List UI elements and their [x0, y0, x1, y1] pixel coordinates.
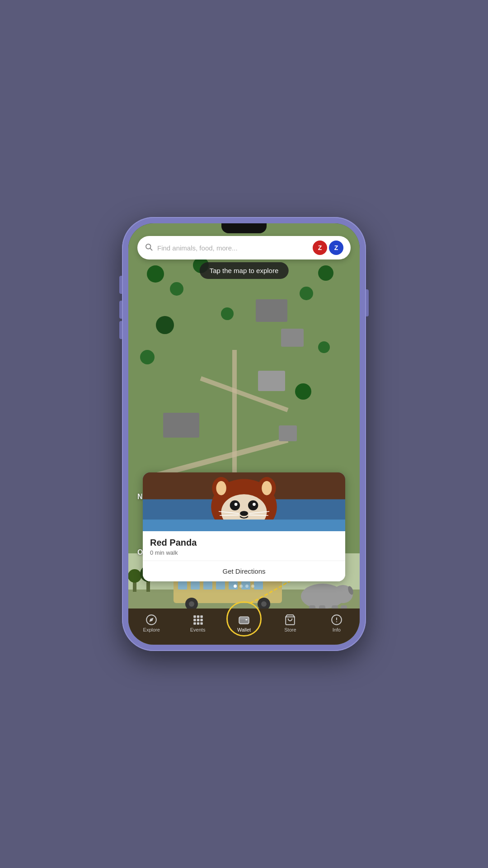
map-building-4 — [279, 425, 297, 441]
tree-4 — [221, 307, 234, 320]
svg-line-12 — [249, 515, 268, 515]
svg-rect-19 — [143, 519, 345, 531]
pagination-dots — [128, 581, 360, 591]
info-icon — [331, 614, 343, 626]
phone-frame: Find animals, food, more... Z Z Tap the … — [122, 217, 366, 651]
svg-point-16 — [216, 481, 226, 495]
events-icon — [192, 614, 204, 626]
svg-rect-55 — [197, 622, 199, 624]
search-icon — [145, 243, 153, 253]
tree-10 — [318, 341, 330, 353]
search-bar[interactable]: Find animals, food, more... Z Z — [137, 236, 351, 259]
get-directions-button[interactable]: Get Directions — [143, 561, 345, 581]
svg-rect-50 — [200, 615, 202, 618]
tree-6 — [140, 350, 155, 364]
zoo-logos: Z Z — [313, 241, 343, 255]
dot-2 — [239, 585, 243, 588]
nav-item-events[interactable]: Events — [174, 612, 221, 632]
svg-rect-56 — [200, 622, 202, 624]
svg-line-14 — [220, 515, 239, 515]
nav-item-wallet[interactable]: Wallet — [221, 612, 267, 632]
svg-rect-52 — [197, 619, 199, 621]
events-label: Events — [190, 627, 206, 632]
animal-card[interactable]: Red Panda 0 min walk Get Directions — [143, 472, 345, 581]
svg-rect-51 — [193, 619, 196, 621]
svg-rect-53 — [200, 619, 202, 621]
svg-rect-54 — [193, 622, 196, 624]
zoo-logo-blue: Z — [329, 241, 343, 255]
explore-icon — [145, 614, 157, 626]
store-label: Store — [284, 627, 296, 632]
dot-3 — [245, 585, 249, 588]
wallet-icon — [238, 614, 250, 626]
tap-hint-banner: Tap the map to explore — [200, 262, 289, 279]
map-building-5 — [163, 413, 199, 438]
svg-marker-47 — [150, 618, 154, 622]
animal-distance: 0 min walk — [150, 549, 338, 556]
svg-point-9 — [253, 503, 256, 506]
search-placeholder-text: Find animals, food, more... — [157, 244, 309, 252]
dot-1 — [234, 585, 237, 588]
tree-7 — [295, 383, 311, 400]
map-building-1 — [256, 299, 287, 322]
map-building-2 — [281, 329, 304, 347]
bottom-nav: Explore Events — [128, 609, 360, 645]
phone-screen: Find animals, food, more... Z Z Tap the … — [128, 223, 360, 645]
nav-item-explore[interactable]: Explore — [128, 612, 174, 632]
dot-4 — [251, 585, 254, 588]
svg-point-8 — [235, 503, 238, 506]
svg-point-18 — [262, 481, 272, 495]
notch — [221, 223, 267, 233]
svg-point-38 — [261, 601, 267, 607]
tap-hint-text: Tap the map to explore — [210, 267, 279, 274]
svg-rect-49 — [197, 615, 199, 618]
animal-name: Red Panda — [150, 538, 338, 548]
svg-point-36 — [189, 601, 194, 607]
info-label: Info — [333, 627, 341, 632]
tree-1 — [147, 265, 164, 283]
wallet-label: Wallet — [237, 627, 251, 632]
red-panda-svg — [143, 472, 345, 531]
svg-rect-48 — [193, 615, 196, 618]
zoo-logo-red: Z — [313, 241, 327, 255]
tree-8 — [300, 287, 313, 300]
svg-rect-57 — [239, 617, 249, 624]
nav-item-info[interactable]: Info — [314, 612, 360, 632]
tree-9 — [318, 265, 333, 281]
svg-line-1 — [150, 248, 152, 250]
animal-info-row: Red Panda 0 min walk — [143, 531, 345, 561]
nav-item-store[interactable]: Store — [267, 612, 313, 632]
map-building-3 — [258, 371, 285, 391]
explore-label: Explore — [143, 627, 160, 632]
svg-point-10 — [240, 511, 248, 516]
animal-image — [143, 472, 345, 531]
store-icon — [284, 614, 296, 626]
